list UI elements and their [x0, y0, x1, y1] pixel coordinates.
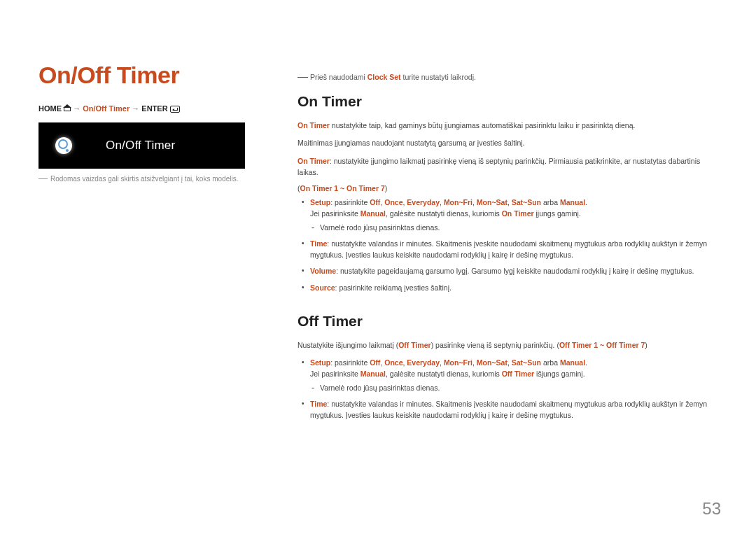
t: Manual — [360, 370, 386, 378]
p3-rest: : nustatykite įjungimo laikmatį pasirink… — [298, 157, 700, 176]
sub-list: Varnelė rodo jūsų pasirinktas dienas. — [320, 222, 714, 233]
model-note-text: Rodomas vaizdas gali skirtis atsižvelgia… — [50, 175, 238, 183]
t: , galėsite nustatyti dienas, kuriomis — [386, 370, 502, 378]
breadcrumb: HOME → On/Off Timer → ENTER — [38, 104, 280, 113]
arba: arba — [541, 358, 560, 367]
note-suffix: turite nustatyti laikrodį. — [401, 73, 476, 81]
dash-icon: ― — [298, 70, 308, 82]
bullet-volume: Volume: nustatykite pageidaujamą garsumo… — [310, 265, 714, 276]
off-timer-bullets: Setup: pasirinkite Off, Once, Everyday, … — [310, 357, 714, 421]
t: Manual — [360, 209, 386, 218]
on-timer-p3: On Timer: nustatykite įjungimo laikmatį … — [298, 155, 714, 178]
opt: Off — [370, 358, 380, 367]
opt: Once — [384, 198, 402, 206]
time-label: Time — [310, 239, 327, 248]
opt: Mon~Sat — [477, 358, 507, 367]
volume-text: : nustatykite pageidaujamą garsumo lygį.… — [336, 267, 694, 275]
time-text: : nustatykite valandas ir minutes. Skait… — [310, 400, 707, 419]
on-timer-bullets: Setup: pasirinkite Off, Once, Everyday, … — [310, 197, 714, 293]
dash-icon: ― — [38, 173, 48, 183]
source-text: : pasirinkite reikiamą įvesties šaltinį. — [335, 283, 451, 292]
t: Jei pasirinksite — [310, 370, 360, 378]
opt: Mon~Fri — [444, 358, 472, 367]
opt: Manual — [560, 198, 585, 206]
screenshot-label: On/Off Timer — [106, 139, 175, 153]
p3-strong: On Timer — [298, 157, 330, 165]
model-note: ― Rodomas vaizdas gali skirtis atsižvelg… — [38, 173, 280, 183]
t: Off Timer — [398, 341, 430, 349]
t: Off Timer 1 ~ Off Timer 7 — [559, 341, 645, 349]
opt: Once — [384, 358, 402, 367]
t: : pasirinkite — [330, 198, 370, 206]
t: įjungs gaminį. — [534, 209, 581, 218]
t: išjungs gaminį. — [534, 370, 584, 378]
arba: arba — [541, 198, 560, 206]
menu-screenshot: On/Off Timer — [38, 122, 245, 169]
bullet-setup: Setup: pasirinkite Off, Once, Everyday, … — [310, 197, 714, 233]
opt: Everyday — [407, 198, 440, 206]
period: . — [585, 198, 587, 206]
breadcrumb-arrow: → — [130, 104, 141, 113]
t: Nustatykite išjungimo laikmatį ( — [298, 341, 398, 349]
volume-label: Volume — [310, 267, 336, 275]
opt: Manual — [560, 358, 585, 367]
opt: Off — [370, 198, 380, 206]
bullet-time: Time: nustatykite valandas ir minutes. S… — [310, 398, 714, 421]
p1-rest: nustatykite taip, kad gaminys būtų įjung… — [330, 121, 636, 129]
page-title: On/Off Timer — [38, 62, 280, 89]
source-label: Source — [310, 283, 335, 292]
p1-strong: On Timer — [298, 121, 330, 129]
range-text: On Timer 1 ~ On Timer 7 — [300, 184, 385, 192]
sub-item: Varnelė rodo jūsų pasirinktas dienas. — [320, 382, 714, 393]
opt: Everyday — [407, 358, 440, 367]
home-icon — [64, 105, 71, 111]
opt: Sat~Sun — [512, 198, 541, 206]
setup-label: Setup — [310, 198, 330, 206]
sub-list: Varnelė rodo jūsų pasirinktas dienas. — [320, 382, 714, 393]
bullet-time: Time: nustatykite valandas ir minutes. S… — [310, 238, 714, 261]
paren-close: ) — [385, 184, 388, 192]
opt: Mon~Fri — [444, 198, 472, 206]
note-prefix: Prieš naudodami — [310, 73, 368, 81]
enter-icon — [170, 106, 180, 113]
on-timer-heading: On Timer — [298, 93, 714, 110]
breadcrumb-home: HOME — [38, 104, 62, 113]
on-timer-p2: Maitinimas įjungiamas naudojant nustatyt… — [298, 137, 714, 148]
t: ) — [645, 341, 648, 349]
off-timer-heading: Off Timer — [298, 313, 714, 330]
t: Off Timer — [502, 370, 534, 378]
bullet-source: Source: pasirinkite reikiamą įvesties ša… — [310, 282, 714, 293]
bullet-setup: Setup: pasirinkite Off, Once, Everyday, … — [310, 357, 714, 393]
on-timer-range: (On Timer 1 ~ On Timer 7) — [298, 184, 714, 192]
on-timer-p1: On Timer nustatykite taip, kad gaminys b… — [298, 120, 714, 131]
breadcrumb-mid: On/Off Timer — [83, 104, 130, 113]
t: : pasirinkite — [330, 358, 370, 367]
t: , galėsite nustatyti dienas, kuriomis — [386, 209, 502, 218]
off-timer-p1: Nustatykite išjungimo laikmatį (Off Time… — [298, 339, 714, 351]
note-strong: Clock Set — [368, 73, 401, 81]
time-label: Time — [310, 400, 327, 408]
sub-item: Varnelė rodo jūsų pasirinktas dienas. — [320, 222, 714, 233]
clock-set-note: ― Prieš naudodami Clock Set turite nusta… — [298, 70, 714, 82]
breadcrumb-arrow: → — [73, 104, 83, 113]
opt: Sat~Sun — [512, 358, 541, 367]
time-text: : nustatykite valandas ir minutes. Skait… — [310, 239, 707, 259]
setup-label: Setup — [310, 358, 330, 367]
timer-icon — [55, 137, 72, 154]
t: Jei pasirinksite — [310, 209, 360, 218]
page-number: 53 — [702, 499, 721, 519]
breadcrumb-enter: ENTER — [141, 104, 167, 113]
t: On Timer — [502, 209, 534, 218]
t: ) pasirinkę vieną iš septynių parinkčių.… — [431, 341, 559, 349]
opt: Mon~Sat — [477, 198, 507, 206]
period: . — [585, 358, 587, 367]
